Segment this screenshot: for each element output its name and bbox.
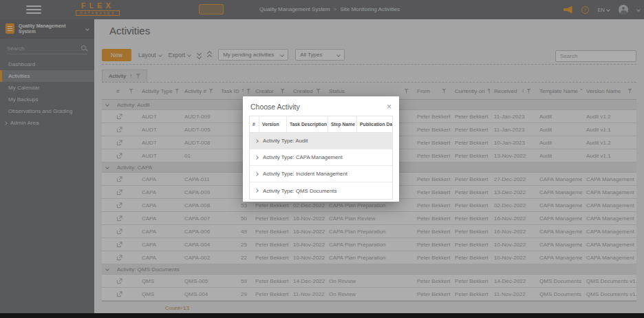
modal-title: Choose Activity — [250, 103, 300, 111]
modal-group-label: Activity Type: CAPA Management — [263, 154, 343, 160]
modal-group-row[interactable]: Activity Type: Incident Management — [250, 166, 392, 182]
modal-group-row[interactable]: Activity Type: CAPA Management — [250, 149, 392, 166]
modal-column-header: Step Name — [328, 116, 357, 132]
modal-group-label: Activity Type: Audit — [263, 138, 308, 144]
chevron-right-icon — [255, 189, 259, 193]
modal-group-row[interactable]: Activity Type: QMS Documents — [250, 182, 392, 199]
app-screen: FLEX DATABASES Quality Management System… — [0, 0, 644, 318]
modal-group-list: Activity Type: Audit Activity Type: CAPA… — [250, 133, 392, 199]
modal-column-header: Publication Date — [357, 116, 392, 132]
chevron-right-icon — [255, 172, 259, 176]
modal-group-label: Activity Type: Incident Management — [263, 171, 347, 177]
chevron-right-icon — [255, 156, 259, 160]
modal-column-header: Version — [259, 116, 287, 132]
chevron-right-icon — [255, 139, 259, 143]
modal-column-header: # — [250, 116, 259, 132]
modal-column-header: Task Description — [287, 116, 328, 132]
close-icon[interactable]: × — [387, 103, 391, 111]
modal-table-header: # Version Task Description Step Name Pub… — [250, 116, 392, 133]
modal-table: # Version Task Description Step Name Pub… — [249, 116, 393, 200]
modal-group-label: Activity Type: QMS Documents — [263, 188, 336, 194]
modal-header: Choose Activity × — [243, 96, 399, 116]
choose-activity-modal: Choose Activity × # Version Task Descrip… — [243, 96, 399, 202]
modal-group-row[interactable]: Activity Type: Audit — [250, 133, 392, 149]
